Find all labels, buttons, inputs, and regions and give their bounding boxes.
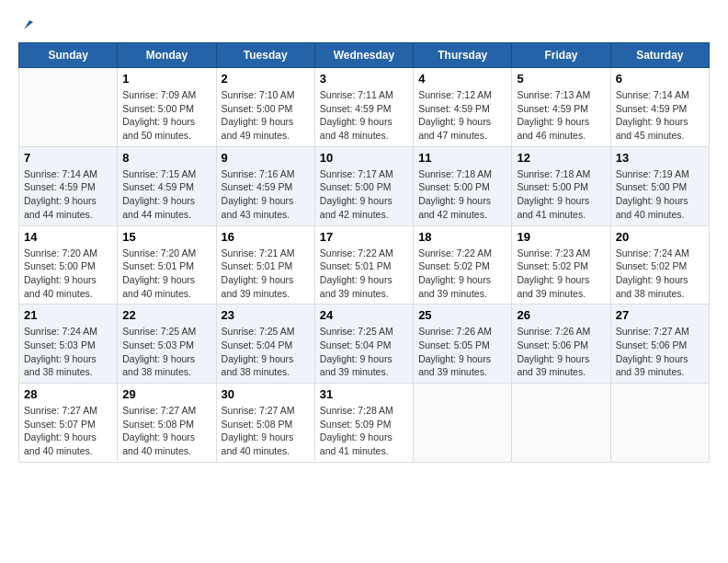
day-number: 16 (222, 230, 310, 244)
calendar-cell: 20Sunrise: 7:24 AMSunset: 5:02 PMDayligh… (610, 225, 709, 304)
day-number: 14 (24, 230, 112, 244)
day-info: Sunrise: 7:16 AMSunset: 4:59 PMDaylight:… (222, 167, 310, 222)
page-header (18, 18, 710, 33)
calendar-cell: 1Sunrise: 7:09 AMSunset: 5:00 PMDaylight… (118, 68, 216, 147)
day-number: 3 (320, 72, 408, 86)
day-number: 27 (616, 308, 704, 322)
day-number: 9 (222, 151, 310, 165)
calendar-cell: 14Sunrise: 7:20 AMSunset: 5:00 PMDayligh… (19, 225, 118, 304)
calendar-cell: 13Sunrise: 7:19 AMSunset: 5:00 PMDayligh… (610, 146, 709, 225)
day-number: 5 (517, 72, 605, 86)
day-info: Sunrise: 7:28 AMSunset: 5:09 PMDaylight:… (320, 404, 408, 458)
day-number: 24 (320, 308, 408, 322)
day-number: 2 (222, 72, 310, 86)
day-number: 13 (616, 151, 704, 165)
day-number: 1 (122, 72, 210, 86)
day-info: Sunrise: 7:09 AMSunset: 5:00 PMDaylight:… (122, 88, 210, 143)
column-header-tuesday: Tuesday (216, 43, 314, 68)
calendar-cell: 18Sunrise: 7:22 AMSunset: 5:02 PMDayligh… (414, 225, 512, 304)
calendar-cell (610, 384, 709, 463)
day-info: Sunrise: 7:27 AMSunset: 5:07 PMDaylight:… (24, 404, 112, 458)
calendar-cell: 3Sunrise: 7:11 AMSunset: 4:59 PMDaylight… (314, 68, 413, 147)
day-info: Sunrise: 7:27 AMSunset: 5:08 PMDaylight:… (222, 404, 310, 458)
calendar-cell: 4Sunrise: 7:12 AMSunset: 4:59 PMDaylight… (414, 68, 512, 147)
column-header-sunday: Sunday (19, 43, 118, 68)
day-info: Sunrise: 7:21 AMSunset: 5:01 PMDaylight:… (222, 247, 310, 301)
column-header-friday: Friday (512, 43, 610, 68)
calendar-cell: 17Sunrise: 7:22 AMSunset: 5:01 PMDayligh… (314, 225, 413, 304)
calendar-cell: 7Sunrise: 7:14 AMSunset: 4:59 PMDaylight… (19, 146, 118, 225)
column-header-wednesday: Wednesday (314, 43, 413, 68)
day-number: 12 (517, 151, 605, 165)
day-number: 20 (616, 230, 704, 244)
day-number: 8 (122, 151, 210, 165)
calendar-cell: 24Sunrise: 7:25 AMSunset: 5:04 PMDayligh… (314, 304, 413, 384)
day-info: Sunrise: 7:24 AMSunset: 5:03 PMDaylight:… (24, 325, 112, 379)
calendar-cell: 30Sunrise: 7:27 AMSunset: 5:08 PMDayligh… (216, 384, 314, 463)
day-number: 28 (24, 387, 112, 401)
calendar-week-row: 21Sunrise: 7:24 AMSunset: 5:03 PMDayligh… (19, 304, 710, 384)
day-info: Sunrise: 7:25 AMSunset: 5:03 PMDaylight:… (122, 325, 210, 379)
calendar-cell: 5Sunrise: 7:13 AMSunset: 4:59 PMDaylight… (512, 68, 610, 147)
day-number: 7 (24, 151, 112, 165)
calendar-cell (512, 384, 610, 463)
day-info: Sunrise: 7:15 AMSunset: 4:59 PMDaylight:… (122, 167, 210, 222)
day-info: Sunrise: 7:10 AMSunset: 5:00 PMDaylight:… (222, 88, 310, 143)
day-number: 19 (517, 230, 605, 244)
day-info: Sunrise: 7:26 AMSunset: 5:06 PMDaylight:… (517, 325, 605, 379)
day-number: 6 (616, 72, 704, 86)
calendar-cell: 11Sunrise: 7:18 AMSunset: 5:00 PMDayligh… (414, 146, 512, 225)
calendar-cell: 12Sunrise: 7:18 AMSunset: 5:00 PMDayligh… (512, 146, 610, 225)
day-info: Sunrise: 7:23 AMSunset: 5:02 PMDaylight:… (517, 247, 605, 301)
calendar-cell: 25Sunrise: 7:26 AMSunset: 5:05 PMDayligh… (414, 304, 512, 384)
calendar-cell: 29Sunrise: 7:27 AMSunset: 5:08 PMDayligh… (118, 384, 216, 463)
calendar-cell: 10Sunrise: 7:17 AMSunset: 5:00 PMDayligh… (314, 146, 413, 225)
column-header-thursday: Thursday (414, 43, 512, 68)
day-info: Sunrise: 7:18 AMSunset: 5:00 PMDaylight:… (418, 167, 506, 222)
day-info: Sunrise: 7:19 AMSunset: 5:00 PMDaylight:… (616, 167, 704, 222)
day-number: 18 (418, 230, 506, 244)
calendar-cell: 26Sunrise: 7:26 AMSunset: 5:06 PMDayligh… (512, 304, 610, 384)
day-info: Sunrise: 7:20 AMSunset: 5:01 PMDaylight:… (122, 247, 210, 301)
day-info: Sunrise: 7:25 AMSunset: 5:04 PMDaylight:… (222, 325, 310, 379)
calendar-cell: 27Sunrise: 7:27 AMSunset: 5:06 PMDayligh… (610, 304, 709, 384)
day-number: 10 (320, 151, 408, 165)
day-info: Sunrise: 7:13 AMSunset: 4:59 PMDaylight:… (517, 88, 605, 143)
calendar-cell: 19Sunrise: 7:23 AMSunset: 5:02 PMDayligh… (512, 225, 610, 304)
day-info: Sunrise: 7:26 AMSunset: 5:05 PMDaylight:… (418, 325, 506, 379)
day-info: Sunrise: 7:27 AMSunset: 5:08 PMDaylight:… (122, 404, 210, 458)
day-number: 11 (418, 151, 506, 165)
day-number: 31 (320, 387, 408, 401)
calendar-header-row: SundayMondayTuesdayWednesdayThursdayFrid… (19, 43, 710, 68)
svg-marker-0 (24, 20, 37, 29)
day-info: Sunrise: 7:12 AMSunset: 4:59 PMDaylight:… (418, 88, 506, 143)
calendar-cell: 6Sunrise: 7:14 AMSunset: 4:59 PMDaylight… (610, 68, 709, 147)
calendar-week-row: 28Sunrise: 7:27 AMSunset: 5:07 PMDayligh… (19, 384, 710, 463)
day-number: 17 (320, 230, 408, 244)
logo (18, 18, 37, 33)
day-info: Sunrise: 7:22 AMSunset: 5:02 PMDaylight:… (418, 247, 506, 301)
day-info: Sunrise: 7:27 AMSunset: 5:06 PMDaylight:… (616, 325, 704, 379)
calendar-cell: 23Sunrise: 7:25 AMSunset: 5:04 PMDayligh… (216, 304, 314, 384)
calendar-cell: 15Sunrise: 7:20 AMSunset: 5:01 PMDayligh… (118, 225, 216, 304)
day-number: 23 (222, 308, 310, 322)
calendar-cell (414, 384, 512, 463)
calendar-cell (19, 68, 118, 147)
calendar-cell: 22Sunrise: 7:25 AMSunset: 5:03 PMDayligh… (118, 304, 216, 384)
calendar-week-row: 1Sunrise: 7:09 AMSunset: 5:00 PMDaylight… (19, 68, 710, 147)
day-info: Sunrise: 7:20 AMSunset: 5:00 PMDaylight:… (24, 247, 112, 301)
day-info: Sunrise: 7:18 AMSunset: 5:00 PMDaylight:… (517, 167, 605, 222)
column-header-saturday: Saturday (610, 43, 709, 68)
day-number: 21 (24, 308, 112, 322)
day-info: Sunrise: 7:22 AMSunset: 5:01 PMDaylight:… (320, 247, 408, 301)
day-number: 29 (122, 387, 210, 401)
day-info: Sunrise: 7:14 AMSunset: 4:59 PMDaylight:… (24, 167, 112, 222)
day-info: Sunrise: 7:24 AMSunset: 5:02 PMDaylight:… (616, 247, 704, 301)
day-number: 26 (517, 308, 605, 322)
logo-bird-icon (20, 17, 37, 33)
day-info: Sunrise: 7:11 AMSunset: 4:59 PMDaylight:… (320, 88, 408, 143)
calendar-week-row: 7Sunrise: 7:14 AMSunset: 4:59 PMDaylight… (19, 146, 710, 225)
day-info: Sunrise: 7:17 AMSunset: 5:00 PMDaylight:… (320, 167, 408, 222)
day-number: 15 (122, 230, 210, 244)
calendar-cell: 16Sunrise: 7:21 AMSunset: 5:01 PMDayligh… (216, 225, 314, 304)
